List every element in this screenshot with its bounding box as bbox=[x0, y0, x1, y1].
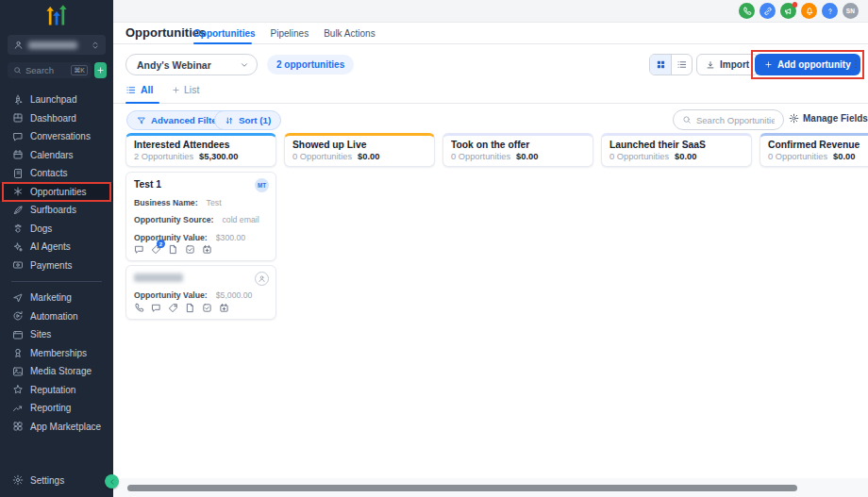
stage-count: 0 Opportunities bbox=[292, 152, 352, 161]
tag-count-badge: 2 bbox=[157, 240, 165, 248]
tags-action-button[interactable]: 2 bbox=[151, 244, 161, 255]
download-icon bbox=[706, 60, 715, 70]
sidebar-item-label: Settings bbox=[30, 475, 64, 486]
sidebar-item-label: Contacts bbox=[30, 168, 67, 178]
add-opportunity-button[interactable]: Add opportunity bbox=[755, 54, 860, 75]
link-button[interactable] bbox=[760, 3, 776, 19]
plus-icon bbox=[764, 60, 773, 69]
megaphone-icon bbox=[784, 7, 793, 16]
card-title: Test 1 bbox=[134, 179, 268, 190]
sidebar-collapse-button[interactable] bbox=[105, 474, 119, 489]
list-view-button[interactable] bbox=[671, 55, 692, 75]
sidebar-item-dashboard[interactable]: Dashboard bbox=[0, 109, 113, 128]
tab-opportunities[interactable]: Opportunities bbox=[193, 28, 256, 39]
sort-button[interactable]: Sort (1) bbox=[214, 110, 281, 130]
help-button[interactable] bbox=[822, 3, 838, 19]
call-action-button[interactable] bbox=[134, 303, 144, 313]
user-avatar[interactable]: SN bbox=[843, 3, 859, 19]
announcements-button[interactable] bbox=[780, 3, 796, 19]
stage-name: Showed up Live bbox=[292, 140, 426, 150]
sidebar-item-surfboards[interactable]: Surfboards bbox=[0, 201, 113, 220]
sidebar-item-label: Conversations bbox=[30, 131, 91, 141]
notes-action-button[interactable] bbox=[185, 303, 195, 313]
sidebar-item-memberships[interactable]: Memberships bbox=[0, 344, 113, 363]
tab-pipelines[interactable]: Pipelines bbox=[271, 28, 309, 39]
link-icon bbox=[763, 7, 773, 16]
appointment-action-button[interactable] bbox=[202, 244, 212, 255]
appointment-action-button[interactable] bbox=[219, 303, 229, 313]
sidebar-item-label: Calendars bbox=[30, 150, 74, 160]
gohighlevel-logo bbox=[41, 4, 73, 25]
tasks-action-button[interactable] bbox=[202, 303, 212, 313]
opportunity-search-input[interactable] bbox=[696, 115, 775, 125]
sidebar-item-automation[interactable]: Automation bbox=[0, 307, 113, 326]
banknote-icon bbox=[12, 259, 24, 271]
quick-add-button[interactable] bbox=[94, 62, 107, 78]
send-icon bbox=[12, 292, 24, 304]
sidebar-item-marketing[interactable]: Marketing bbox=[0, 289, 113, 307]
sidebar-item-reputation[interactable]: Reputation bbox=[0, 381, 113, 400]
tab-all[interactable]: All bbox=[125, 84, 153, 95]
contacts-book-icon bbox=[12, 168, 24, 179]
plus-icon bbox=[172, 86, 180, 94]
sidebar-item-sites[interactable]: Sites bbox=[0, 325, 113, 344]
list-tabs-bar: All List bbox=[113, 81, 868, 104]
sidebar-item-launchpad[interactable]: Launchpad bbox=[0, 91, 113, 109]
stage-header: Took on the offer 0 Opportunities$0.00 bbox=[442, 133, 593, 167]
automation-icon bbox=[12, 310, 24, 322]
notification-dot bbox=[793, 2, 798, 8]
account-avatar-icon bbox=[13, 40, 24, 50]
chevron-up-down-icon bbox=[91, 40, 100, 51]
stage-column-confirmed-revenue: Confirmed Revenue 0 Opportunities$0.00 bbox=[760, 133, 868, 167]
stage-count: 0 Opportunities bbox=[609, 152, 669, 161]
phone-dialer-button[interactable] bbox=[739, 3, 755, 19]
stage-value: $5,300.00 bbox=[199, 152, 238, 161]
field-label: Opportunity Value: bbox=[134, 233, 208, 242]
phone-icon bbox=[134, 303, 144, 313]
sidebar-item-app-marketplace[interactable]: App Marketplace bbox=[0, 418, 113, 437]
stage-column-launched-their-saas: Launched their SaaS 0 Opportunities$0.00 bbox=[601, 133, 752, 167]
notifications-button[interactable] bbox=[801, 3, 817, 19]
sidebar-item-label: Memberships bbox=[30, 348, 87, 358]
account-switcher[interactable] bbox=[8, 35, 106, 55]
sidebar-item-ai-agents[interactable]: AI Agents bbox=[0, 238, 113, 257]
field-label: Opportunity Source: bbox=[134, 215, 213, 224]
notes-action-button[interactable] bbox=[168, 244, 178, 255]
sidebar-item-settings[interactable]: Settings bbox=[0, 472, 113, 490]
sidebar-item-media-storage[interactable]: Media Storage bbox=[0, 362, 113, 381]
sidebar-item-reporting[interactable]: Reporting bbox=[0, 399, 113, 418]
chevron-left-icon bbox=[108, 478, 116, 486]
sidebar-item-calendars[interactable]: Calendars bbox=[0, 146, 113, 165]
add-list-tab[interactable]: List bbox=[172, 84, 199, 95]
sort-label: Sort (1) bbox=[239, 115, 271, 125]
chat-action-button[interactable] bbox=[151, 303, 161, 313]
horizontal-scrollbar[interactable] bbox=[127, 485, 797, 491]
import-button[interactable]: Import bbox=[696, 54, 759, 75]
sidebar-item-payments[interactable]: Payments bbox=[0, 257, 113, 275]
stage-count: 0 Opportunities bbox=[768, 152, 827, 161]
dashboard-icon bbox=[12, 112, 24, 124]
sidebar-item-contacts[interactable]: Contacts bbox=[0, 164, 113, 183]
stage-value: $0.00 bbox=[358, 152, 379, 161]
opportunity-card-redacted[interactable]: Opportunity Value:$5,000.00 bbox=[125, 265, 276, 320]
sidebar-item-dogs[interactable]: Dogs bbox=[0, 220, 113, 239]
more-options-button[interactable] bbox=[850, 56, 861, 73]
opportunities-icon bbox=[12, 186, 24, 197]
check-square-icon bbox=[202, 303, 212, 313]
sidebar-item-opportunities[interactable]: Opportunities bbox=[0, 183, 113, 202]
sidebar-item-conversations[interactable]: Conversations bbox=[0, 127, 113, 146]
view-toggle bbox=[649, 54, 693, 75]
chat-action-button[interactable] bbox=[134, 244, 144, 255]
opportunity-card-test-1[interactable]: Test 1 MT Business Name:Test Opportunity… bbox=[125, 172, 276, 261]
sidebar-search-input[interactable]: Search ⌘K bbox=[8, 62, 92, 78]
sidebar-item-label: Launchpad bbox=[30, 94, 77, 105]
chevron-down-icon bbox=[240, 60, 249, 70]
pipeline-select[interactable]: Andy's Webinar bbox=[125, 54, 258, 75]
tab-bulk-actions[interactable]: Bulk Actions bbox=[324, 28, 375, 39]
tasks-action-button[interactable] bbox=[185, 244, 195, 255]
grid-view-button[interactable] bbox=[650, 55, 671, 75]
tags-action-button[interactable] bbox=[168, 303, 178, 313]
stage-header: Confirmed Revenue 0 Opportunities$0.00 bbox=[760, 133, 868, 167]
stage-value: $0.00 bbox=[675, 152, 696, 161]
manage-fields-button[interactable]: Manage Fields bbox=[789, 113, 868, 124]
